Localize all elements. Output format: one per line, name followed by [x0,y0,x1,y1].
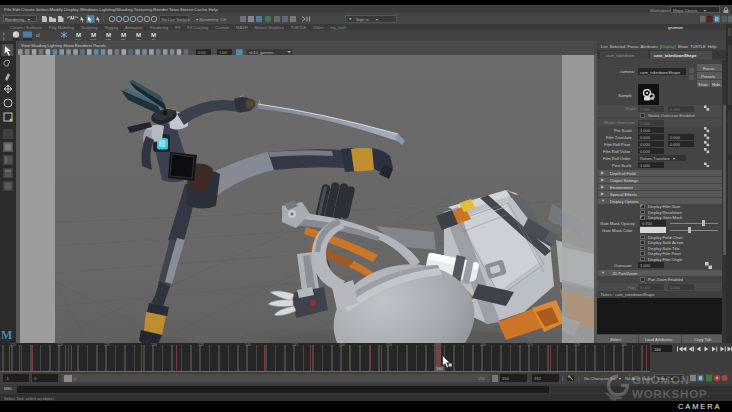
svg-text:M: M [136,31,141,38]
svg-text:M: M [121,31,126,38]
svg-text:GNOMON: GNOMON [632,374,690,386]
svg-text:M: M [76,31,81,38]
svg-text:M: M [151,31,156,38]
svg-text:THE: THE [627,373,632,381]
svg-text:WORKSHOP: WORKSHOP [632,388,707,400]
svg-text:ol: ol [36,33,40,38]
svg-text:1.00: 1.00 [219,50,228,55]
svg-text:M: M [106,31,111,38]
svg-text:sh10_gamma: sh10_gamma [249,49,274,54]
svg-text:0.00: 0.00 [198,50,207,55]
svg-text:M: M [91,31,96,38]
svg-text:M: M [1,328,12,342]
